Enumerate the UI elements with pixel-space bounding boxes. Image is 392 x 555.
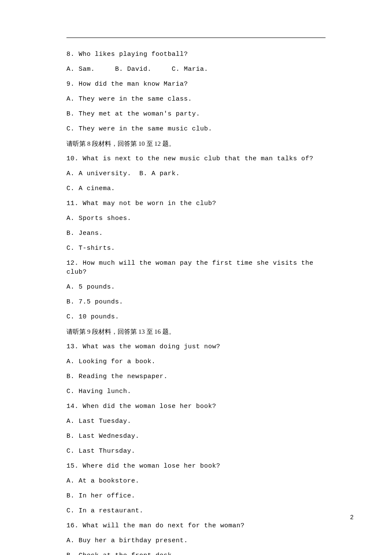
text-line: B. Jeans.	[66, 229, 326, 238]
text-line: 15. Where did the woman lose her book?	[66, 462, 326, 471]
text-line: B. Check at the front desk.	[66, 551, 326, 555]
text-line: 9. How did the man know Maria?	[66, 80, 326, 89]
header-rule	[66, 38, 326, 38]
text-line: C. They were in the same music club.	[66, 124, 326, 133]
text-line: A. Looking for a book.	[66, 357, 326, 366]
text-line: 12. How much will the woman pay the firs…	[66, 259, 326, 277]
text-line: 8. Who likes playing football?	[66, 50, 326, 59]
text-line: 10. What is next to the new music club t…	[66, 154, 326, 163]
text-line: A. At a bookstore.	[66, 477, 326, 486]
text-line: C. Having lunch.	[66, 387, 326, 396]
page-content: 8. Who likes playing football?A. Sam. B.…	[0, 0, 392, 555]
text-line: A. They were in the same class.	[66, 95, 326, 104]
text-line: C. In a restaurant.	[66, 506, 326, 515]
text-line: B. Reading the newspaper.	[66, 372, 326, 381]
page-number: 2	[350, 514, 354, 521]
text-line: C. T-shirts.	[66, 244, 326, 253]
text-line: B. They met at the woman's party.	[66, 110, 326, 119]
text-line: A. A university. B. A park.	[66, 169, 326, 178]
text-line: A. Sports shoes.	[66, 214, 326, 223]
text-line: C. 10 pounds.	[66, 312, 326, 321]
text-line: C. Last Thursday.	[66, 447, 326, 456]
text-line: C. A cinema.	[66, 184, 326, 193]
text-line: B. 7.5 pounds.	[66, 298, 326, 306]
text-line: A. Last Tuesday.	[66, 417, 326, 426]
text-line: A. Sam. B. David. C. Maria.	[66, 65, 326, 74]
text-line: A. 5 pounds.	[66, 283, 326, 292]
text-body: 8. Who likes playing football?A. Sam. B.…	[66, 50, 326, 555]
text-line: B. Last Wednesday.	[66, 432, 326, 441]
text-line: B. In her office.	[66, 491, 326, 500]
text-line: 请听第 8 段材料，回答第 10 至 12 题。	[66, 139, 326, 148]
text-line: 16. What will the man do next for the wo…	[66, 521, 326, 530]
text-line: 11. What may not be worn in the club?	[66, 199, 326, 208]
text-line: 13. What was the woman doing just now?	[66, 342, 326, 351]
text-line: 14. When did the woman lose her book?	[66, 402, 326, 411]
text-line: 请听第 9 段材料，回答第 13 至 16 题。	[66, 327, 326, 336]
text-line: A. Buy her a birthday present.	[66, 536, 326, 545]
